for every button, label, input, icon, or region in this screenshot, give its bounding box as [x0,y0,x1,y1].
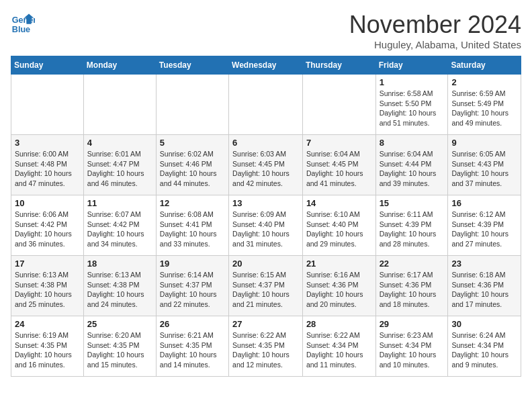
calendar-cell: 23Sunrise: 6:18 AM Sunset: 4:36 PM Dayli… [448,256,521,316]
calendar-cell: 6Sunrise: 6:03 AM Sunset: 4:45 PM Daylig… [229,135,303,195]
calendar-cell [156,75,228,135]
calendar-cell: 29Sunrise: 6:23 AM Sunset: 4:34 PM Dayli… [375,316,448,377]
cell-content: Sunrise: 6:13 AM Sunset: 4:38 PM Dayligh… [87,270,152,310]
cell-content: Sunrise: 6:58 AM Sunset: 5:50 PM Dayligh… [380,89,445,128]
day-number: 4 [87,138,152,148]
calendar-cell: 4Sunrise: 6:01 AM Sunset: 4:47 PM Daylig… [83,135,156,195]
calendar-cell [302,75,375,135]
weekday-header-sunday: Sunday [11,56,84,75]
calendar-cell: 10Sunrise: 6:06 AM Sunset: 4:42 PM Dayli… [11,195,84,256]
calendar-cell: 22Sunrise: 6:17 AM Sunset: 4:36 PM Dayli… [375,256,448,316]
calendar-week-row: 3Sunrise: 6:00 AM Sunset: 4:48 PM Daylig… [11,135,521,195]
calendar-cell: 2Sunrise: 6:59 AM Sunset: 5:49 PM Daylig… [448,75,521,135]
calendar-week-row: 1Sunrise: 6:58 AM Sunset: 5:50 PM Daylig… [11,75,521,135]
calendar-cell [229,75,303,135]
location-subtitle: Huguley, Alabama, United States [349,39,521,50]
cell-content: Sunrise: 6:19 AM Sunset: 4:35 PM Dayligh… [15,330,80,370]
day-number: 11 [87,198,152,208]
cell-content: Sunrise: 6:06 AM Sunset: 4:42 PM Dayligh… [15,210,80,249]
cell-content: Sunrise: 6:04 AM Sunset: 4:44 PM Dayligh… [380,149,445,189]
calendar-week-row: 24Sunrise: 6:19 AM Sunset: 4:35 PM Dayli… [11,316,521,377]
cell-content: Sunrise: 6:00 AM Sunset: 4:48 PM Dayligh… [15,149,80,189]
weekday-header-row: SundayMondayTuesdayWednesdayThursdayFrid… [11,56,521,75]
day-number: 26 [160,319,225,329]
page-header: General Blue November 2024 Huguley, Alab… [11,11,521,50]
calendar-cell: 9Sunrise: 6:05 AM Sunset: 4:43 PM Daylig… [448,135,521,195]
day-number: 22 [380,259,445,269]
calendar-cell: 1Sunrise: 6:58 AM Sunset: 5:50 PM Daylig… [375,75,448,135]
day-number: 9 [451,138,517,148]
calendar-week-row: 17Sunrise: 6:13 AM Sunset: 4:38 PM Dayli… [11,256,521,316]
day-number: 18 [87,259,152,269]
day-number: 12 [160,198,225,208]
calendar-cell: 17Sunrise: 6:13 AM Sunset: 4:38 PM Dayli… [11,256,84,316]
day-number: 10 [15,198,80,208]
day-number: 28 [306,319,372,329]
weekday-header-saturday: Saturday [448,56,521,75]
day-number: 6 [232,138,299,148]
day-number: 7 [306,138,372,148]
weekday-header-friday: Friday [375,56,448,75]
day-number: 20 [232,259,299,269]
cell-content: Sunrise: 6:07 AM Sunset: 4:42 PM Dayligh… [87,210,152,249]
day-number: 14 [306,198,372,208]
day-number: 24 [15,319,80,329]
logo: General Blue [11,11,35,35]
weekday-header-tuesday: Tuesday [156,56,228,75]
calendar-cell: 25Sunrise: 6:20 AM Sunset: 4:35 PM Dayli… [83,316,156,377]
cell-content: Sunrise: 6:09 AM Sunset: 4:40 PM Dayligh… [232,210,299,249]
cell-content: Sunrise: 6:22 AM Sunset: 4:34 PM Dayligh… [306,330,372,370]
day-number: 21 [306,259,372,269]
calendar-cell [83,75,156,135]
day-number: 8 [380,138,445,148]
cell-content: Sunrise: 6:11 AM Sunset: 4:39 PM Dayligh… [380,210,445,249]
day-number: 30 [451,319,517,329]
calendar-cell: 20Sunrise: 6:15 AM Sunset: 4:37 PM Dayli… [229,256,303,316]
calendar-cell: 18Sunrise: 6:13 AM Sunset: 4:38 PM Dayli… [83,256,156,316]
cell-content: Sunrise: 6:18 AM Sunset: 4:36 PM Dayligh… [451,270,517,310]
calendar-cell [11,75,84,135]
cell-content: Sunrise: 6:14 AM Sunset: 4:37 PM Dayligh… [160,270,225,310]
logo-icon: General Blue [11,11,35,35]
title-area: November 2024 Huguley, Alabama, United S… [349,11,521,50]
calendar-cell: 8Sunrise: 6:04 AM Sunset: 4:44 PM Daylig… [375,135,448,195]
calendar-cell: 28Sunrise: 6:22 AM Sunset: 4:34 PM Dayli… [302,316,375,377]
calendar-cell: 14Sunrise: 6:10 AM Sunset: 4:40 PM Dayli… [302,195,375,256]
calendar-cell: 19Sunrise: 6:14 AM Sunset: 4:37 PM Dayli… [156,256,228,316]
calendar-cell: 15Sunrise: 6:11 AM Sunset: 4:39 PM Dayli… [375,195,448,256]
cell-content: Sunrise: 6:04 AM Sunset: 4:45 PM Dayligh… [306,149,372,189]
cell-content: Sunrise: 6:15 AM Sunset: 4:37 PM Dayligh… [232,270,299,310]
cell-content: Sunrise: 6:23 AM Sunset: 4:34 PM Dayligh… [380,330,445,370]
cell-content: Sunrise: 6:10 AM Sunset: 4:40 PM Dayligh… [306,210,372,249]
cell-content: Sunrise: 6:08 AM Sunset: 4:41 PM Dayligh… [160,210,225,249]
cell-content: Sunrise: 6:05 AM Sunset: 4:43 PM Dayligh… [451,149,517,189]
cell-content: Sunrise: 6:13 AM Sunset: 4:38 PM Dayligh… [15,270,80,310]
cell-content: Sunrise: 6:02 AM Sunset: 4:46 PM Dayligh… [160,149,225,189]
calendar-cell: 5Sunrise: 6:02 AM Sunset: 4:46 PM Daylig… [156,135,228,195]
day-number: 2 [451,77,517,87]
cell-content: Sunrise: 6:12 AM Sunset: 4:39 PM Dayligh… [451,210,517,249]
calendar-cell: 13Sunrise: 6:09 AM Sunset: 4:40 PM Dayli… [229,195,303,256]
weekday-header-wednesday: Wednesday [229,56,303,75]
day-number: 3 [15,138,80,148]
day-number: 16 [451,198,517,208]
calendar-cell: 26Sunrise: 6:21 AM Sunset: 4:35 PM Dayli… [156,316,228,377]
calendar-cell: 27Sunrise: 6:22 AM Sunset: 4:35 PM Dayli… [229,316,303,377]
day-number: 29 [380,319,445,329]
calendar-cell: 12Sunrise: 6:08 AM Sunset: 4:41 PM Dayli… [156,195,228,256]
day-number: 17 [15,259,80,269]
cell-content: Sunrise: 6:22 AM Sunset: 4:35 PM Dayligh… [232,330,299,370]
calendar-week-row: 10Sunrise: 6:06 AM Sunset: 4:42 PM Dayli… [11,195,521,256]
calendar-cell: 16Sunrise: 6:12 AM Sunset: 4:39 PM Dayli… [448,195,521,256]
weekday-header-monday: Monday [83,56,156,75]
calendar-cell: 11Sunrise: 6:07 AM Sunset: 4:42 PM Dayli… [83,195,156,256]
day-number: 5 [160,138,225,148]
svg-text:Blue: Blue [12,25,30,34]
calendar-cell: 7Sunrise: 6:04 AM Sunset: 4:45 PM Daylig… [302,135,375,195]
cell-content: Sunrise: 6:01 AM Sunset: 4:47 PM Dayligh… [87,149,152,189]
day-number: 19 [160,259,225,269]
weekday-header-thursday: Thursday [302,56,375,75]
cell-content: Sunrise: 6:21 AM Sunset: 4:35 PM Dayligh… [160,330,225,370]
day-number: 15 [380,198,445,208]
day-number: 25 [87,319,152,329]
